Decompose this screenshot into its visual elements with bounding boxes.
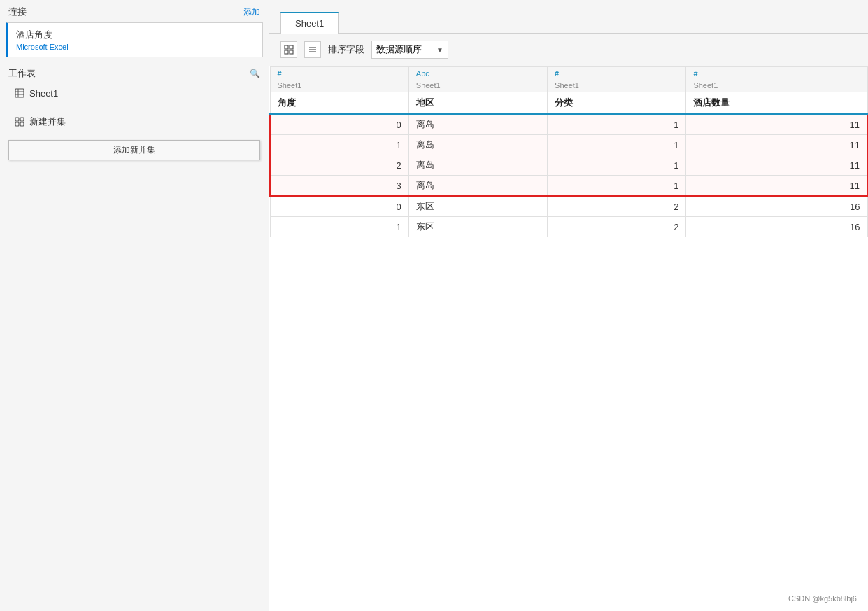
col-header-1: 角度 <box>270 92 408 115</box>
svg-rect-10 <box>285 50 288 54</box>
table-row: 1 离岛 1 11 <box>270 135 867 155</box>
table-row: 0 东区 2 16 <box>270 196 867 217</box>
col-type-4: # <box>686 67 867 80</box>
data-toolbar: 排序字段 数据源顺序 ▼ <box>269 34 868 66</box>
cell-4-3: 1 <box>548 176 686 197</box>
col-type-3: # <box>548 67 686 80</box>
connection-header: 连接 添加 <box>0 0 269 22</box>
main-area: Sheet1 排序字段 数据源顺序 <box>269 0 868 611</box>
col-type-2: Abc <box>408 67 547 80</box>
sheet-tabs-area: Sheet1 <box>269 0 868 34</box>
cell-6-2: 东区 <box>408 217 547 237</box>
search-icon[interactable]: 🔍 <box>250 69 260 78</box>
highlighted-rows-group: 0 离岛 1 11 1 离岛 1 11 2 离岛 1 <box>270 114 867 196</box>
union-section: 新建并集 <box>0 108 269 134</box>
add-union-button[interactable]: 添加新并集 <box>8 140 260 160</box>
cell-5-4: 16 <box>686 196 867 217</box>
connection-name: 酒店角度 <box>16 29 254 41</box>
worksheet-name-sheet1: Sheet1 <box>29 88 58 99</box>
worksheet-table-icon <box>14 87 25 99</box>
cell-4-4: 11 <box>686 176 867 197</box>
cell-5-1: 0 <box>270 196 408 217</box>
cell-5-3: 2 <box>548 196 686 217</box>
cell-2-1: 1 <box>270 135 408 155</box>
cell-2-3: 1 <box>548 135 686 155</box>
data-table: # Abc # # Sheet1 Sheet1 Sheet1 <box>269 66 868 237</box>
watermark: CSDN @kg5kb8lbj6 <box>788 594 857 603</box>
cell-1-3: 1 <box>548 114 686 135</box>
union-icon <box>14 116 25 127</box>
cell-3-1: 2 <box>270 155 408 176</box>
svg-rect-11 <box>290 50 293 54</box>
new-union-label: 新建并集 <box>29 115 66 128</box>
worksheet-item-sheet1[interactable]: Sheet1 <box>8 84 260 102</box>
column-header-row: 角度 地区 分类 酒店数量 <box>270 92 867 115</box>
sheet-tab-sheet1[interactable]: Sheet1 <box>280 12 339 34</box>
cell-3-3: 1 <box>548 155 686 176</box>
sort-label: 排序字段 <box>328 43 364 56</box>
sidebar: 连接 添加 酒店角度 Microsoft Excel 工作表 🔍 Sheet1 <box>0 0 269 611</box>
col-source-3: Sheet1 <box>548 80 686 92</box>
data-table-wrapper[interactable]: # Abc # # Sheet1 Sheet1 Sheet1 <box>269 66 868 611</box>
column-type-row: # Abc # # <box>270 67 867 80</box>
cell-6-1: 1 <box>270 217 408 237</box>
new-union-item[interactable]: 新建并集 <box>8 112 260 132</box>
connection-item[interactable]: 酒店角度 Microsoft Excel <box>6 22 263 57</box>
cell-2-4: 11 <box>686 135 867 155</box>
svg-rect-5 <box>20 118 24 121</box>
col-source-2: Sheet1 <box>408 80 547 92</box>
cell-4-2: 离岛 <box>408 176 547 197</box>
sort-dropdown[interactable]: 数据源顺序 ▼ <box>371 41 448 59</box>
cell-3-2: 离岛 <box>408 155 547 176</box>
svg-rect-8 <box>285 45 288 49</box>
col-header-4: 酒店数量 <box>686 92 867 115</box>
cell-6-3: 2 <box>548 217 686 237</box>
cell-2-2: 离岛 <box>408 135 547 155</box>
data-area: 排序字段 数据源顺序 ▼ # Abc # <box>269 34 868 611</box>
connection-label: 连接 <box>8 6 27 18</box>
cell-6-4: 16 <box>686 217 867 237</box>
col-type-1: # <box>270 67 408 80</box>
col-source-4: Sheet1 <box>686 80 867 92</box>
col-source-1: Sheet1 <box>270 80 408 92</box>
table-row: 1 东区 2 16 <box>270 217 867 237</box>
col-header-3: 分类 <box>548 92 686 115</box>
cell-1-1: 0 <box>270 114 408 135</box>
cell-4-1: 3 <box>270 176 408 197</box>
worksheet-section: 工作表 🔍 Sheet1 <box>0 63 269 105</box>
table-row: 2 离岛 1 11 <box>270 155 867 176</box>
svg-rect-7 <box>20 122 24 126</box>
connection-type: Microsoft Excel <box>16 43 254 51</box>
sort-value: 数据源顺序 <box>376 43 422 56</box>
svg-rect-4 <box>15 118 19 121</box>
table-row: 0 离岛 1 11 <box>270 114 867 135</box>
svg-rect-6 <box>15 122 19 126</box>
grid-view-button[interactable] <box>280 41 297 58</box>
table-row: 3 离岛 1 11 <box>270 176 867 197</box>
worksheet-label: 工作表 <box>8 67 36 80</box>
cell-5-2: 东区 <box>408 196 547 217</box>
cell-3-4: 11 <box>686 155 867 176</box>
svg-rect-9 <box>290 45 293 49</box>
svg-rect-0 <box>15 89 24 97</box>
cell-1-4: 11 <box>686 114 867 135</box>
add-connection-button[interactable]: 添加 <box>243 6 260 18</box>
dropdown-arrow-icon: ▼ <box>436 46 443 54</box>
cell-1-2: 离岛 <box>408 114 547 135</box>
worksheet-header: 工作表 🔍 <box>8 67 260 80</box>
list-view-button[interactable] <box>304 41 321 58</box>
column-source-row: Sheet1 Sheet1 Sheet1 Sheet1 <box>270 80 867 92</box>
col-header-2: 地区 <box>408 92 547 115</box>
